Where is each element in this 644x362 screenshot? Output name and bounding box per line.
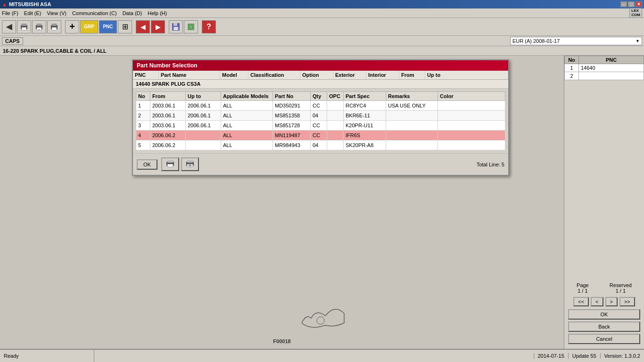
table-cell xyxy=(327,131,344,140)
status-update: Update 55 xyxy=(568,353,600,359)
page-info: Page 1 / 1 Reserved 1 / 1 xyxy=(564,281,644,295)
table-cell: MD350291 xyxy=(273,101,311,111)
toolbar-print-btn[interactable] xyxy=(17,20,31,33)
table-cell: SK20PR-A8 xyxy=(344,140,386,150)
toolbar-grid-btn[interactable]: ⊞ xyxy=(118,20,132,33)
app-title: MITSUBISHI ASA xyxy=(9,1,51,7)
header-partname: Part Name xyxy=(159,71,220,79)
col-models: Applicable Models xyxy=(221,92,273,101)
header-classification: Classification xyxy=(248,71,300,79)
lex-com-badge: LEX COM xyxy=(629,8,642,18)
menu-help[interactable]: Help (H) xyxy=(148,10,167,16)
rp-table-row[interactable]: 2 xyxy=(565,72,644,80)
table-cell: ALL xyxy=(221,111,273,121)
diagram-area: Part Number Selection PNC Part Name Mode… xyxy=(0,56,564,349)
table-cell: CC xyxy=(311,131,327,140)
header-upto: Up to xyxy=(425,71,508,79)
rp-cell-pnc xyxy=(579,72,644,80)
menu-edit[interactable]: Edit (E) xyxy=(24,10,41,16)
rp-ok-button[interactable]: OK xyxy=(568,309,640,320)
dialog-ok-button[interactable]: OK xyxy=(137,159,157,170)
toolbar-next-btn[interactable]: ▶ xyxy=(151,20,165,33)
menu-communication[interactable]: Communication (C) xyxy=(72,10,117,16)
restore-button[interactable]: □ xyxy=(628,1,635,7)
dialog-print1-button[interactable] xyxy=(161,157,179,171)
nav-row: << < > >> xyxy=(564,295,644,308)
header-pnc: PNC xyxy=(133,71,159,79)
table-row[interactable]: 22003.06.12006.06.1ALLMS85135804BKR6E-11 xyxy=(136,111,505,121)
toolbar-add-btn[interactable]: + xyxy=(65,20,79,33)
table-cell: 1 xyxy=(136,101,150,111)
nav-prev-prev-btn[interactable]: << xyxy=(573,297,589,306)
table-cell: 04 xyxy=(311,140,327,150)
nav-next-next-btn[interactable]: >> xyxy=(619,297,635,306)
table-cell: 2006.06.1 xyxy=(186,111,221,121)
rp-table-row[interactable]: 114640 xyxy=(565,64,644,72)
toolbar-pnc-btn[interactable]: PNC xyxy=(99,20,117,33)
pn-selection-dialog: Part Number Selection PNC Part Name Mode… xyxy=(132,59,509,176)
table-cell xyxy=(327,101,344,111)
toolbar-print2-btn[interactable]: + xyxy=(32,20,46,33)
menu-view[interactable]: View (V) xyxy=(47,10,66,16)
title-bar: ▲ MITSUBISHI ASA ─ □ ✕ xyxy=(0,0,644,8)
table-cell xyxy=(327,140,344,150)
caps-dropdown[interactable]: EUR (A) 2008-01-17 ▼ xyxy=(510,37,642,45)
rp-cell-no: 1 xyxy=(565,64,579,72)
status-bar: Ready 2014-07-15 Update 55 Version: 1.3.… xyxy=(0,349,644,362)
rp-header-no: No xyxy=(565,56,579,64)
table-cell: ALL xyxy=(221,121,273,131)
toolbar-save-btn[interactable] xyxy=(169,20,183,33)
toolbar-nav-btn[interactable]: ◀ xyxy=(2,20,16,33)
menu-data[interactable]: Data (D) xyxy=(123,10,142,16)
menu-file[interactable]: File (F) xyxy=(2,10,18,16)
table-cell xyxy=(327,121,344,131)
nav-prev-btn[interactable]: < xyxy=(591,297,603,306)
table-cell: MN119487 xyxy=(273,131,311,140)
table-cell xyxy=(386,111,438,121)
table-cell xyxy=(438,111,505,121)
rp-header-pnc: PNC xyxy=(579,56,644,64)
toolbar-prev-btn[interactable]: ◀ xyxy=(136,20,150,33)
header-from: From xyxy=(399,71,425,79)
table-row[interactable]: 12003.06.12006.06.1ALLMD350291CCRC8YC4US… xyxy=(136,101,505,111)
svg-rect-20 xyxy=(187,164,193,167)
table-row[interactable]: 32003.06.12006.06.1ALLMS851728CCK20PR-U1… xyxy=(136,121,505,131)
table-cell xyxy=(327,111,344,121)
table-cell: 2006.06.2 xyxy=(150,140,186,150)
table-row[interactable]: 52006.06.2ALLMR98494304SK20PR-A8 xyxy=(136,140,505,150)
close-button[interactable]: ✕ xyxy=(636,1,642,7)
table-cell: USA USE ONLY xyxy=(386,101,438,111)
table-cell: K20PR-U11 xyxy=(344,121,386,131)
table-cell: CC xyxy=(311,121,327,131)
page-value: 1 / 1 xyxy=(577,288,589,294)
svg-rect-19 xyxy=(187,160,193,163)
toolbar-grp-btn[interactable]: GRP xyxy=(80,20,98,33)
table-cell: 4 xyxy=(136,131,150,140)
toolbar-print3-btn[interactable] xyxy=(47,20,61,33)
nav-next-btn[interactable]: > xyxy=(605,297,618,306)
toolbar-export-btn[interactable]: ↑ xyxy=(184,20,198,33)
rp-back-button[interactable]: Back xyxy=(568,321,640,332)
svg-rect-4 xyxy=(37,24,41,26)
table-cell: ALL xyxy=(221,140,273,150)
status-date: 2014-07-15 xyxy=(534,353,568,359)
table-cell xyxy=(438,131,505,140)
table-cell: 2003.06.1 xyxy=(150,111,186,121)
minimize-button[interactable]: ─ xyxy=(620,1,627,7)
table-row[interactable]: 42006.06.2ALLMN119487CCIFR6S xyxy=(136,131,505,140)
pnc-info-row: 14640 SPARK PLUG CS3A xyxy=(133,80,508,89)
col-spec: Part Spec xyxy=(344,92,386,101)
table-cell: 3 xyxy=(136,121,150,131)
menu-bar: File (F) Edit (E) View (V) Communication… xyxy=(0,8,644,18)
rp-cancel-button[interactable]: Cancel xyxy=(568,334,640,344)
table-cell: 2 xyxy=(136,111,150,121)
svg-point-23 xyxy=(317,317,324,324)
table-cell xyxy=(438,121,505,131)
toolbar-help-btn[interactable]: ? xyxy=(202,20,216,33)
status-version: Version: 1.3.0.2 xyxy=(600,353,644,359)
col-no: No xyxy=(136,92,150,101)
status-ready: Ready xyxy=(0,350,94,362)
table-cell: MS851728 xyxy=(273,121,311,131)
table-cell: BKR6E-11 xyxy=(344,111,386,121)
dialog-print2-button[interactable] xyxy=(181,157,199,171)
